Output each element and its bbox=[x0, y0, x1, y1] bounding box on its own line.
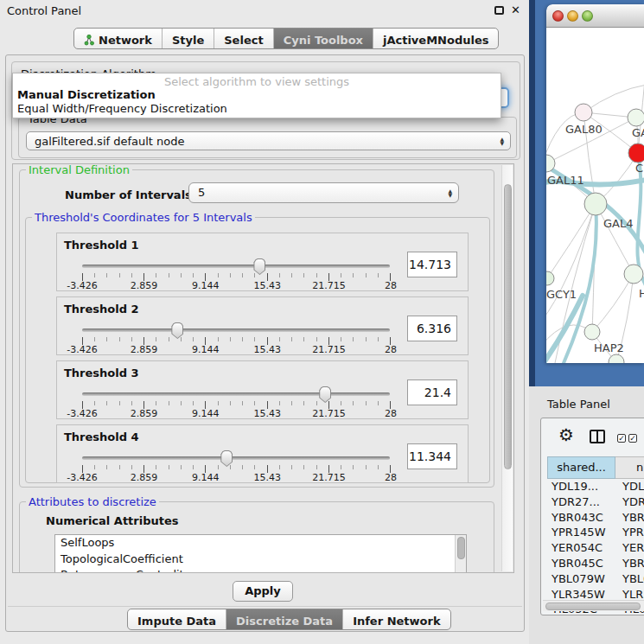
network-canvas[interactable]: GAL80GACGAL11GAL4GCY1HHAP2 bbox=[546, 28, 644, 363]
combo-value: galFiltered.sif default node bbox=[35, 135, 185, 148]
column-header-shared[interactable]: shared... bbox=[547, 456, 615, 479]
spinner-arrows-icon[interactable]: ▲▼ bbox=[448, 188, 452, 197]
network-node[interactable] bbox=[628, 109, 644, 126]
table-cell[interactable]: YDR27... bbox=[547, 494, 615, 510]
network-node[interactable] bbox=[584, 324, 600, 340]
tab-infer-network[interactable]: Infer Network bbox=[342, 609, 450, 629]
numerical-attributes-label: Numerical Attributes bbox=[46, 514, 179, 527]
apply-button[interactable]: Apply bbox=[233, 581, 293, 602]
columns-icon[interactable] bbox=[590, 430, 605, 443]
table-cell[interactable]: YBR043C bbox=[547, 510, 615, 526]
threshold-value-field[interactable]: 11.344 bbox=[407, 443, 457, 469]
number-of-intervals-label: Number of Intervals bbox=[65, 188, 192, 201]
threshold-3-slider[interactable] bbox=[82, 386, 390, 403]
checkbox-icon[interactable]: ✓ bbox=[617, 434, 626, 443]
mac-minimize-icon[interactable] bbox=[567, 10, 578, 22]
attribute-list-item[interactable]: BetweennessCentrality bbox=[55, 567, 466, 573]
tab-select[interactable]: Select bbox=[214, 29, 272, 48]
threshold-value-field[interactable]: 21.4 bbox=[407, 379, 457, 405]
checkbox-icon[interactable]: ✓ bbox=[628, 434, 637, 443]
table-row[interactable]: YBR043CYBR0 bbox=[547, 510, 644, 526]
table-row[interactable]: YPR145WYPR1 bbox=[547, 525, 644, 540]
table-row[interactable]: YBL079WYBL0 bbox=[547, 571, 644, 587]
table-cell[interactable]: YER0 bbox=[615, 540, 644, 556]
table-cell[interactable]: YBR0 bbox=[615, 556, 644, 571]
network-node[interactable] bbox=[624, 265, 643, 284]
cyni-mode-tabs: Impute Data Discretize Data Infer Networ… bbox=[127, 609, 451, 630]
network-node[interactable] bbox=[546, 271, 554, 285]
node-label: H bbox=[639, 287, 644, 300]
tick-label: 2.859 bbox=[131, 408, 158, 419]
algorithm-dropdown-popup: Select algorithm to view settings Manual… bbox=[12, 73, 501, 118]
threshold-value-field[interactable]: 14.713 bbox=[407, 252, 457, 277]
group-title: Attributes to discretize bbox=[26, 495, 159, 508]
slider-track[interactable] bbox=[82, 328, 390, 332]
mac-zoom-icon[interactable] bbox=[582, 10, 593, 22]
tick-label: 28 bbox=[385, 344, 397, 355]
table-panel-title: Table Panel bbox=[547, 398, 610, 411]
threshold-4-slider[interactable] bbox=[82, 450, 390, 467]
tick-label: 15.43 bbox=[253, 408, 281, 419]
close-icon[interactable]: ✕ bbox=[511, 3, 520, 16]
float-window-icon[interactable] bbox=[494, 6, 504, 15]
table-cell[interactable]: YER054C bbox=[547, 540, 615, 556]
table-cell[interactable]: YBL079W bbox=[547, 571, 615, 587]
slider-track[interactable] bbox=[82, 265, 390, 268]
spinner-value: 5 bbox=[198, 186, 205, 199]
slider-track[interactable] bbox=[82, 456, 390, 460]
table-hscrollbar[interactable] bbox=[543, 600, 644, 611]
table-row[interactable]: YDL19...YDL1 bbox=[547, 479, 644, 494]
number-of-intervals-spinner[interactable]: 5 ▲▼ bbox=[188, 182, 459, 203]
table-cell[interactable]: YBR045C bbox=[547, 556, 615, 571]
numerical-attributes-list: SelfLoopsTopologicalCoefficientBetweenne… bbox=[55, 535, 466, 573]
threshold-1-slider[interactable] bbox=[82, 258, 390, 275]
slider-track[interactable] bbox=[82, 392, 390, 396]
dropdown-placeholder: Select algorithm to view settings bbox=[13, 73, 501, 88]
network-window-titlebar[interactable] bbox=[546, 4, 644, 28]
table-hscrollbar-thumb[interactable] bbox=[545, 603, 641, 610]
tab-discretize-data[interactable]: Discretize Data bbox=[226, 609, 342, 629]
table-cell[interactable]: YBR0 bbox=[615, 510, 644, 526]
node-label: GAL80 bbox=[565, 123, 603, 136]
desktop-edge bbox=[529, 0, 535, 386]
attribute-list-item[interactable]: SelfLoops bbox=[55, 535, 466, 552]
settings-scrollbar[interactable] bbox=[501, 165, 513, 571]
column-header-name[interactable]: n bbox=[615, 456, 644, 479]
list-scrollbar[interactable] bbox=[455, 535, 466, 573]
network-node[interactable] bbox=[584, 193, 607, 215]
table-cell[interactable]: YBL0 bbox=[615, 571, 644, 587]
mac-close-icon[interactable] bbox=[552, 10, 564, 22]
numerical-attributes-listbox[interactable]: SelfLoopsTopologicalCoefficientBetweenne… bbox=[54, 534, 467, 573]
tab-network[interactable]: Network bbox=[74, 29, 162, 48]
list-scrollbar-thumb[interactable] bbox=[457, 537, 465, 559]
dropdown-option-equal-width[interactable]: Equal Width/Frequency Discretization bbox=[13, 102, 501, 116]
group-title: Threshold's Coordinates for 5 Intervals bbox=[32, 211, 255, 224]
network-node[interactable] bbox=[628, 143, 644, 163]
attributes-group: Attributes to discretize Numerical Attri… bbox=[19, 501, 494, 573]
slider-tick-labels: -3.4262.8599.14415.4321.71528 bbox=[82, 408, 391, 418]
threshold-2-slider[interactable] bbox=[82, 322, 390, 339]
tab-cyni-toolbox[interactable]: Cyni Toolbox bbox=[273, 29, 373, 48]
network-node[interactable] bbox=[575, 104, 592, 121]
tick-label: 28 bbox=[385, 408, 397, 419]
threshold-label: Threshold 4 bbox=[64, 430, 139, 443]
table-cell[interactable]: YPR145W bbox=[547, 525, 615, 540]
table-row[interactable]: YBR045CYBR0 bbox=[547, 556, 644, 571]
table-row[interactable]: YDR27...YDR2 bbox=[547, 494, 644, 510]
table-data-combobox[interactable]: galFiltered.sif default node ▲▼ bbox=[26, 131, 511, 150]
tab-impute-data[interactable]: Impute Data bbox=[128, 609, 226, 629]
attribute-list-item[interactable]: TopologicalCoefficient bbox=[55, 552, 466, 568]
network-view-window[interactable]: GAL80GACGAL11GAL4GCY1HHAP2 bbox=[546, 4, 644, 363]
table-cell[interactable]: YPR1 bbox=[615, 525, 644, 540]
settings-scrollbar-thumb[interactable] bbox=[504, 184, 512, 469]
table-cell[interactable]: YDL1 bbox=[615, 479, 644, 494]
gear-icon[interactable]: ⚙ bbox=[558, 425, 574, 444]
tab-jactivemnodules[interactable]: jActiveMNodules bbox=[373, 29, 499, 48]
table-cell[interactable]: YDL19... bbox=[547, 479, 615, 494]
table-row[interactable]: YER054CYER0 bbox=[547, 540, 644, 556]
threshold-value-field[interactable]: 6.316 bbox=[407, 316, 457, 341]
tick-label: 9.144 bbox=[192, 472, 220, 483]
table-cell[interactable]: YDR2 bbox=[615, 494, 644, 510]
dropdown-option-manual[interactable]: Manual Discretization bbox=[13, 88, 501, 102]
tab-style[interactable]: Style bbox=[162, 29, 214, 48]
